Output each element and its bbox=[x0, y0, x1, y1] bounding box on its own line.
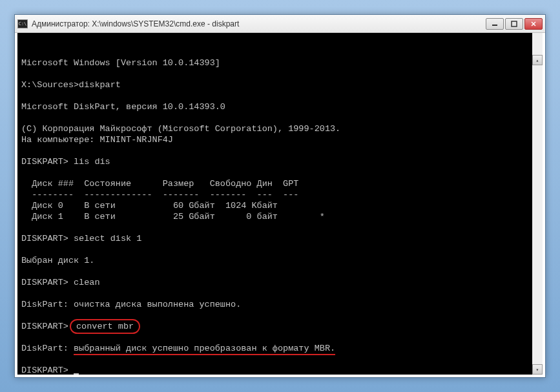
line: Microsoft DiskPart, версия 10.0.14393.0 bbox=[21, 102, 225, 112]
highlight-underline bbox=[74, 354, 335, 355]
window-controls bbox=[486, 18, 543, 30]
maximize-button[interactable] bbox=[505, 18, 523, 30]
line: -------- ------------- ------- ------- -… bbox=[21, 190, 298, 200]
line: X:\Sources>diskpart bbox=[21, 80, 121, 90]
minimize-icon bbox=[492, 21, 498, 27]
console-output[interactable]: Microsoft Windows [Version 10.0.14393] X… bbox=[16, 33, 544, 376]
close-button[interactable] bbox=[524, 18, 543, 30]
window-title: Администратор: X:\windows\SYSTEM32\cmd.e… bbox=[32, 19, 486, 28]
titlebar[interactable]: C:\ Администратор: X:\windows\SYSTEM32\c… bbox=[15, 15, 545, 33]
minimize-button[interactable] bbox=[486, 18, 504, 30]
line: DISKPART> clean bbox=[21, 278, 100, 287]
highlight-oval bbox=[70, 319, 140, 334]
close-icon bbox=[530, 21, 537, 27]
scroll-up-button[interactable]: ▴ bbox=[532, 55, 543, 65]
line: Выбран диск 1. bbox=[21, 256, 94, 265]
line: На компьютере: MININT-NRJNF4J bbox=[21, 135, 173, 145]
highlighted-command: convert mbr bbox=[74, 322, 136, 331]
prompt: DISKPART> bbox=[21, 366, 74, 375]
line: Диск 1 В сети 25 Gбайт 0 байт * bbox=[21, 212, 325, 222]
line: DISKPART> lis dis bbox=[21, 157, 110, 167]
maximize-icon bbox=[511, 21, 517, 27]
console-content: Microsoft Windows [Version 10.0.14393] X… bbox=[21, 57, 539, 376]
cmd-window: C:\ Администратор: X:\windows\SYSTEM32\c… bbox=[14, 14, 546, 378]
prompt: DISKPART> bbox=[21, 322, 74, 331]
highlighted-message: выбранный диск успешно преобразован к фо… bbox=[74, 344, 335, 353]
svg-rect-1 bbox=[512, 21, 517, 26]
scroll-down-button[interactable]: ▾ bbox=[532, 364, 543, 375]
line: DISKPART> select disk 1 bbox=[21, 234, 141, 243]
prefix: DiskPart: bbox=[21, 344, 74, 353]
scrollbar[interactable]: ▴ ▾ bbox=[532, 33, 543, 375]
line: Microsoft Windows [Version 10.0.14393] bbox=[21, 58, 220, 68]
cmd-icon: C:\ bbox=[17, 19, 28, 28]
line: (C) Корпорация Майкрософт (Microsoft Cor… bbox=[21, 124, 340, 134]
line: Диск ### Состояние Размер Свободно Дин G… bbox=[21, 179, 298, 189]
line: DiskPart: очистка диска выполнена успешн… bbox=[21, 300, 241, 309]
cursor bbox=[74, 373, 79, 375]
line: Диск 0 В сети 60 Gбайт 1024 Kбайт bbox=[21, 201, 278, 211]
